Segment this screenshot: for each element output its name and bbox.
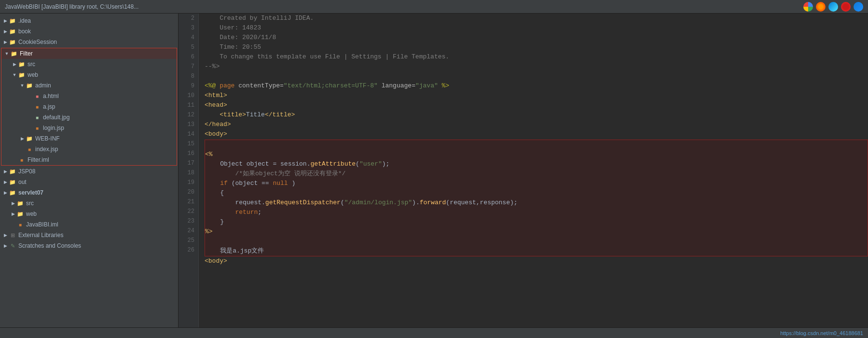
sidebar-label-out: out	[18, 179, 27, 185]
status-bar: https://blog.csdn.net/m0_46188681	[0, 327, 868, 338]
ie-icon[interactable]	[854, 2, 863, 12]
tree-arrow-a-html	[27, 93, 33, 99]
code-content[interactable]: Created by IntelliJ IDEA. User: 14823 Da…	[199, 14, 868, 327]
sidebar-label-web-inf: WEB-INF	[35, 135, 60, 142]
tree-arrow-src	[11, 61, 18, 68]
code-line-22: return;	[205, 208, 868, 217]
tree-arrow-a-jsp	[27, 103, 33, 110]
folder-icon-servlet07: 📁	[9, 189, 16, 197]
tree-arrow-filter-iml	[11, 156, 18, 163]
sidebar: 📁 .idea 📁 book 📁 CookieSession 📁 Filter …	[0, 14, 179, 327]
sidebar-item-admin[interactable]: 📁 admin	[1, 80, 177, 91]
code-line-20: {	[205, 188, 868, 198]
code-line-13: </head>	[205, 120, 868, 129]
tree-arrow-jsp08	[2, 168, 9, 175]
sidebar-item-jsp08[interactable]: 📁 JSP08	[0, 166, 178, 177]
external-libs-icon: ⊞	[9, 231, 16, 239]
sidebar-label-a-html: a.html	[43, 93, 59, 99]
sidebar-item-web[interactable]: 📁 web	[1, 70, 177, 80]
sidebar-item-javabib-iml[interactable]: ■ JavaBIBI.iml	[0, 219, 178, 230]
tree-arrow-idea	[2, 17, 9, 24]
sidebar-item-idea[interactable]: 📁 .idea	[0, 15, 178, 26]
tree-arrow-filter	[3, 50, 10, 57]
folder-icon-src2: 📁	[16, 199, 24, 207]
edge-icon[interactable]	[828, 2, 838, 12]
tree-arrow-book	[2, 28, 9, 35]
tree-arrow-javabib-iml	[10, 221, 16, 228]
sidebar-label-book: book	[18, 28, 31, 35]
folder-icon-admin: 📁	[26, 82, 33, 89]
tree-arrow-external-libs	[2, 232, 9, 239]
sidebar-item-default-jpg[interactable]: ■ default.jpg	[1, 112, 177, 123]
code-line-3: User: 14823	[205, 23, 868, 33]
sidebar-item-src2[interactable]: 📁 src	[0, 198, 178, 209]
code-line-4: Date: 2020/11/8	[205, 33, 868, 42]
status-url: https://blog.csdn.net/m0_46188681	[780, 330, 863, 336]
sidebar-label-filter: Filter	[20, 50, 33, 57]
code-line-18: /*如果object为空 说明还没有登录*/	[205, 169, 868, 179]
folder-icon-idea: 📁	[9, 17, 16, 25]
code-line-10: <html>	[205, 91, 868, 100]
folder-icon-cookiesession: 📁	[9, 38, 16, 46]
red-highlight-box: <% Object object = session.getAttribute(…	[205, 140, 868, 256]
code-line-27: <body>	[205, 256, 868, 266]
code-line-11: <head>	[205, 100, 868, 110]
iml-icon-filter: ■	[18, 156, 26, 164]
sidebar-item-login-jsp[interactable]: ■ login.jsp	[1, 123, 177, 133]
tree-arrow-out	[2, 179, 9, 185]
folder-icon-src: 📁	[18, 60, 26, 68]
sidebar-item-filter-iml[interactable]: ■ Filter.iml	[1, 155, 177, 165]
tree-arrow-scratches	[2, 242, 9, 249]
code-line-14: <body>	[205, 129, 868, 139]
folder-icon-out: 📁	[9, 178, 16, 186]
tree-arrow-cookiesession	[2, 39, 9, 45]
code-line-7: --%>	[205, 62, 868, 71]
sidebar-item-out[interactable]: 📁 out	[0, 177, 178, 187]
sidebar-item-external-libs[interactable]: ⊞ External Libraries	[0, 230, 178, 240]
tree-arrow-index-jsp	[19, 146, 26, 153]
sidebar-label-jsp08: JSP08	[18, 168, 35, 175]
sidebar-item-scratches[interactable]: ✎ Scratches and Consoles	[0, 240, 178, 251]
tree-arrow-src2	[10, 200, 16, 207]
sidebar-item-web2[interactable]: 📁 web	[0, 209, 178, 219]
sidebar-item-a-jsp[interactable]: ■ a.jsp	[1, 101, 177, 112]
code-line-5: Time: 20:55	[205, 42, 868, 52]
filter-section: 📁 Filter 📁 src 📁 web 📁 admin ■	[1, 48, 177, 166]
opera-icon[interactable]	[841, 2, 851, 12]
folder-icon-book: 📁	[9, 28, 16, 35]
main-layout: 📁 .idea 📁 book 📁 CookieSession 📁 Filter …	[0, 14, 868, 327]
sidebar-item-src[interactable]: 📁 src	[1, 59, 177, 70]
sidebar-label-admin: admin	[35, 82, 51, 89]
tree-arrow-servlet07	[2, 189, 9, 196]
tree-arrow-login-jsp	[27, 125, 33, 131]
jsp-icon-login: ■	[33, 124, 41, 132]
folder-icon-jsp08: 📁	[9, 168, 16, 175]
sidebar-item-index-jsp[interactable]: ■ index.jsp	[1, 144, 177, 155]
line-numbers: 2 3 4 5 6 7 8 9 10 11 12 13 14 15 16 17 …	[179, 14, 199, 327]
sidebar-item-book[interactable]: 📁 book	[0, 26, 178, 37]
title-bar-text: JavaWebBIBI [JavaBIBI] library root, C:\…	[5, 3, 138, 10]
sidebar-label-index-jsp: index.jsp	[35, 146, 58, 153]
code-line-25-blank	[205, 237, 868, 246]
folder-icon-filter: 📁	[10, 50, 18, 57]
sidebar-item-servlet07[interactable]: 📁 servlet07	[0, 187, 178, 198]
code-view: 2 3 4 5 6 7 8 9 10 11 12 13 14 15 16 17 …	[179, 14, 868, 327]
sidebar-item-filter[interactable]: 📁 Filter	[1, 48, 177, 59]
jpg-icon: ■	[33, 113, 41, 121]
sidebar-item-cookiesession[interactable]: 📁 CookieSession	[0, 37, 178, 47]
browser-icons	[803, 2, 863, 12]
tree-arrow-web2	[10, 211, 16, 217]
sidebar-label-servlet07: servlet07	[18, 189, 43, 196]
firefox-icon[interactable]	[816, 2, 826, 12]
code-line-6: To change this template use File | Setti…	[205, 52, 868, 62]
tree-arrow-admin	[19, 82, 26, 89]
code-line-26: 我是a.jsp文件	[205, 246, 868, 256]
sidebar-item-web-inf[interactable]: 📁 WEB-INF	[1, 133, 177, 144]
iml-icon-java: ■	[16, 221, 24, 228]
folder-icon-web: 📁	[18, 71, 26, 79]
chrome-icon[interactable]	[803, 2, 813, 12]
sidebar-label-a-jsp: a.jsp	[43, 103, 55, 110]
code-line-17: Object object = session.getAttribute("us…	[205, 159, 868, 169]
sidebar-item-a-html[interactable]: ■ a.html	[1, 91, 177, 101]
sidebar-label-cookiesession: CookieSession	[18, 39, 57, 45]
